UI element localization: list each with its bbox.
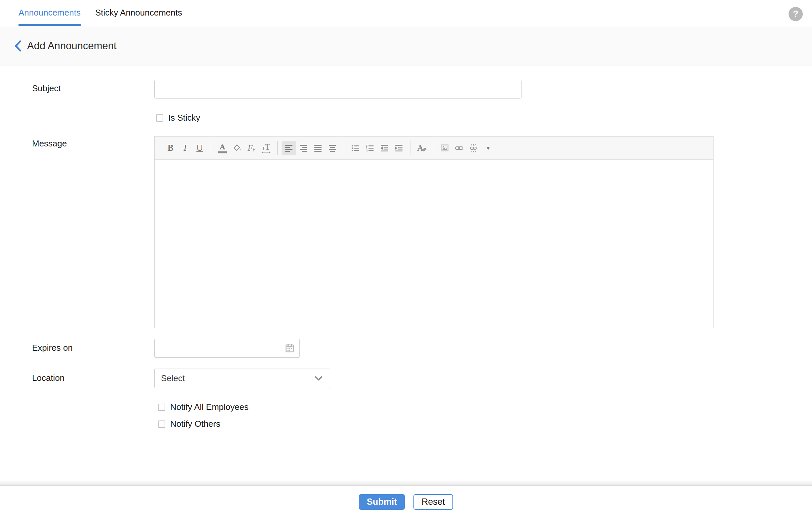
- insert-image-button[interactable]: [437, 141, 452, 155]
- background-color-button[interactable]: [230, 141, 244, 155]
- notify-all-employees-checkbox[interactable]: [158, 404, 165, 411]
- font-family-button[interactable]: F F: [244, 141, 259, 155]
- remove-format-icon: A: [417, 144, 426, 152]
- toolbar-separator: [211, 141, 211, 155]
- underline-icon: U: [196, 143, 203, 152]
- remove-format-button[interactable]: A: [414, 141, 429, 155]
- tab-announcements[interactable]: Announcements: [19, 0, 81, 26]
- numbered-list-icon: 1 2 3: [366, 144, 374, 152]
- justify-button[interactable]: [311, 141, 325, 155]
- outdent-button[interactable]: [377, 141, 392, 155]
- numbered-list-button[interactable]: 1 2 3: [362, 141, 377, 155]
- notify-others-label: Notify Others: [170, 419, 221, 429]
- indent-icon: [395, 144, 403, 152]
- add-announcement-page: Announcements Sticky Announcements ? Add…: [0, 0, 812, 518]
- font-color-icon: A: [218, 143, 227, 153]
- outdent-icon: [380, 144, 389, 152]
- question-mark-glyph: ?: [793, 9, 799, 19]
- tab-bar: Announcements Sticky Announcements ?: [0, 0, 812, 26]
- calendar-icon[interactable]: [285, 343, 295, 353]
- back-button[interactable]: [14, 40, 23, 52]
- page-title: Add Announcement: [27, 40, 117, 52]
- toolbar-separator: [410, 141, 410, 155]
- align-left-button[interactable]: [282, 141, 296, 155]
- justify-icon: [314, 144, 322, 152]
- unlink-icon: [469, 143, 478, 153]
- italic-icon: I: [184, 143, 187, 152]
- is-sticky-row: Is Sticky: [156, 113, 200, 123]
- chevron-down-icon: [315, 376, 323, 381]
- italic-button[interactable]: I: [178, 141, 192, 155]
- align-right-icon: [299, 144, 308, 152]
- link-icon: [455, 143, 464, 152]
- align-center-button[interactable]: [325, 141, 340, 155]
- paint-bucket-icon: [233, 144, 241, 152]
- subject-label: Subject: [32, 83, 61, 93]
- indent-button[interactable]: [392, 141, 406, 155]
- toolbar-separator: [277, 141, 278, 155]
- tab-list: Announcements Sticky Announcements: [19, 0, 182, 26]
- align-right-button[interactable]: [296, 141, 311, 155]
- editor-toolbar: B I U A: [155, 137, 713, 160]
- help-icon[interactable]: ?: [788, 7, 803, 21]
- font-family-icon: F F: [248, 144, 255, 152]
- page-header: Add Announcement: [0, 26, 812, 65]
- bold-button[interactable]: B: [163, 141, 178, 155]
- toolbar-separator: [433, 141, 433, 155]
- submit-button[interactable]: Submit: [359, 494, 405, 510]
- footer-shadow: [0, 480, 812, 485]
- underline-button[interactable]: U: [192, 141, 207, 155]
- align-left-icon: [285, 144, 293, 152]
- unlink-button[interactable]: [466, 141, 481, 155]
- footer: Submit Reset: [0, 486, 812, 518]
- bullet-list-button[interactable]: [348, 141, 362, 155]
- expires-on-input[interactable]: [155, 339, 285, 357]
- rich-text-editor: B I U A: [154, 136, 714, 327]
- toolbar-separator: [344, 141, 344, 155]
- more-tools-button[interactable]: ▾: [481, 141, 495, 155]
- notify-others-checkbox[interactable]: [158, 421, 165, 428]
- notify-all-employees-label: Notify All Employees: [170, 402, 249, 412]
- svg-text:3: 3: [366, 149, 368, 152]
- message-content-area[interactable]: [155, 160, 713, 327]
- font-color-button[interactable]: A: [215, 141, 230, 155]
- is-sticky-checkbox[interactable]: [156, 114, 163, 122]
- location-select[interactable]: Select: [154, 369, 330, 388]
- expires-on-field: [154, 339, 300, 358]
- message-label: Message: [32, 139, 67, 149]
- font-size-icon: T T: [261, 143, 271, 153]
- is-sticky-label: Is Sticky: [168, 113, 200, 123]
- reset-button[interactable]: Reset: [413, 494, 453, 510]
- notify-all-employees-row: Notify All Employees: [158, 402, 249, 412]
- font-size-button[interactable]: T T: [259, 141, 273, 155]
- expires-on-label: Expires on: [32, 343, 73, 353]
- chevron-down-icon: ▾: [487, 145, 490, 151]
- insert-link-button[interactable]: [452, 141, 466, 155]
- location-label: Location: [32, 373, 64, 383]
- bullet-list-icon: [351, 144, 359, 152]
- bold-icon: B: [168, 143, 174, 152]
- align-center-icon: [328, 144, 337, 152]
- image-icon: [440, 143, 449, 152]
- chevron-left-icon: [14, 40, 22, 52]
- subject-input[interactable]: [154, 80, 522, 98]
- location-select-value: Select: [161, 373, 315, 383]
- tab-sticky-announcements[interactable]: Sticky Announcements: [95, 0, 182, 26]
- notify-others-row: Notify Others: [158, 419, 221, 429]
